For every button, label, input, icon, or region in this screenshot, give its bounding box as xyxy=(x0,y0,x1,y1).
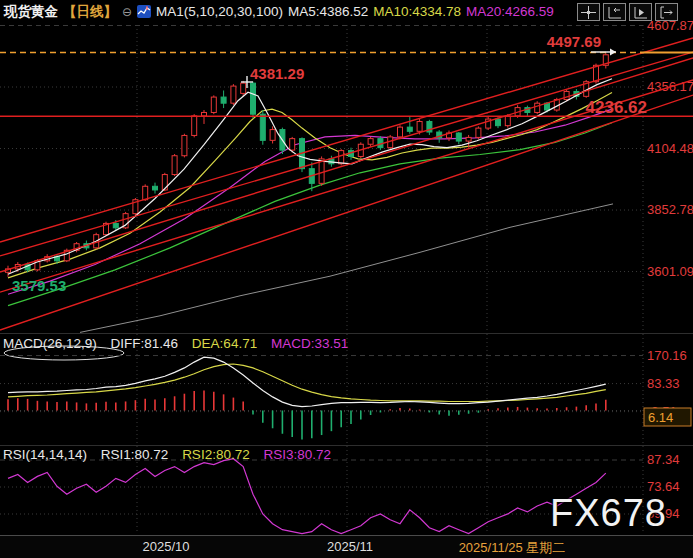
ma-config-label: MA1(5,10,20,30,100) xyxy=(156,4,283,19)
time-label-crosshair-date: 2025/11/25 星期二 xyxy=(459,539,566,557)
rsi-tick-label: 87.34 xyxy=(647,452,680,467)
macd-macd-value: MACD:33.51 xyxy=(271,336,348,351)
candle xyxy=(241,83,246,93)
crosshair-icon[interactable] xyxy=(577,3,600,21)
candle xyxy=(564,91,569,99)
candle xyxy=(260,114,265,140)
candle xyxy=(417,122,422,132)
candle xyxy=(182,135,187,155)
macd-tick-label: 170.16 xyxy=(647,348,687,363)
symbol-title: 现货黄金 xyxy=(4,3,58,21)
candle xyxy=(192,116,197,136)
price-tick-label: 4104.48 xyxy=(647,141,693,156)
candle xyxy=(221,97,226,103)
shift-right-icon[interactable] xyxy=(655,3,678,21)
price-tick-label: 3852.78 xyxy=(647,202,693,217)
chart-header: 现货黄金 【日线】 ⊖ MA1(5,10,20,30,100) MA5:4386… xyxy=(4,2,554,21)
fx678-watermark: FX678 xyxy=(550,492,667,535)
ma20-value: MA20:4266.59 xyxy=(466,4,554,19)
candle xyxy=(476,128,481,137)
ma10-value: MA10:4334.78 xyxy=(373,4,461,19)
ma10-line xyxy=(8,92,612,278)
candle xyxy=(594,65,599,81)
ma20-line xyxy=(8,109,612,294)
macd-diff-value: DIFF:81.46 xyxy=(111,336,179,351)
period-label[interactable]: 【日线】 xyxy=(63,3,117,21)
chart-style-icon[interactable] xyxy=(137,5,151,18)
annotation-arrow-head xyxy=(610,49,616,56)
candle xyxy=(143,186,148,199)
time-axis[interactable]: 2025/10 2025/11 2025/11/25 星期二 xyxy=(0,535,693,558)
chart-canvas[interactable]: 4607.874356.174104.483852.783601.094497.… xyxy=(0,0,693,558)
chart-toolbar xyxy=(577,3,678,21)
rsi3-value: RSI3:80.72 xyxy=(263,447,331,462)
candle xyxy=(172,156,177,175)
price-tick-label: 3601.09 xyxy=(647,264,693,279)
rsi1-value: RSI1:80.72 xyxy=(101,447,169,462)
trend-line xyxy=(0,58,693,272)
candle xyxy=(211,97,216,112)
candle xyxy=(270,130,275,141)
candle xyxy=(113,223,118,227)
candle xyxy=(496,119,501,126)
price-annotation: 4236.62 xyxy=(586,98,647,117)
rsi-line xyxy=(8,459,606,534)
candle xyxy=(153,186,158,190)
macd-tick-label: 83.33 xyxy=(647,376,680,391)
collapse-icon[interactable]: ⊖ xyxy=(122,5,132,19)
rsi-config-label: RSI(14,14,14) xyxy=(3,447,87,462)
time-label-nov: 2025/11 xyxy=(327,539,373,554)
candle xyxy=(290,139,295,150)
candle xyxy=(231,86,236,103)
candle xyxy=(251,83,256,114)
macd-dea-value: DEA:64.71 xyxy=(192,336,257,351)
price-annotation: 4497.69 xyxy=(547,33,601,50)
candle xyxy=(535,103,540,112)
trend-line xyxy=(0,95,693,330)
macd-crosshair-value: 6.14 xyxy=(648,410,673,425)
candle xyxy=(339,151,344,164)
candle xyxy=(368,139,373,145)
rsi2-value: RSI2:80.72 xyxy=(182,447,250,462)
rsi-header: RSI(14,14,14) RSI1:80.72 RSI2:80.72 RSI3… xyxy=(3,447,341,462)
candle xyxy=(466,137,471,141)
ma5-value: MA5:4386.52 xyxy=(288,4,368,19)
macd-header: MACD(26,12,9) DIFF:81.46 DEA:64.71 MACD:… xyxy=(3,336,358,351)
candle xyxy=(398,127,403,137)
price-annotation: 3579.53 xyxy=(12,277,66,294)
price-annotation: 4381.29 xyxy=(250,65,304,82)
dea-line xyxy=(8,364,606,402)
scale-left-icon[interactable] xyxy=(603,3,626,21)
candle xyxy=(202,112,207,115)
diff-line xyxy=(8,357,606,406)
candle xyxy=(407,127,412,131)
playback-icon[interactable] xyxy=(629,3,652,21)
trading-app: 4607.874356.174104.483852.783601.094497.… xyxy=(0,0,693,558)
candle xyxy=(505,116,510,126)
macd-config-label: MACD(26,12,9) xyxy=(3,336,97,351)
candle xyxy=(456,133,461,141)
trend-line xyxy=(0,38,693,242)
time-label-oct: 2025/10 xyxy=(143,539,190,554)
